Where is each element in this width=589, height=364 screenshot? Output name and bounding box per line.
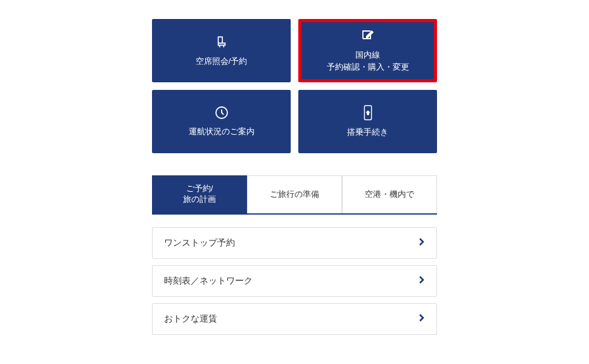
flight-status-tile[interactable]: 運航状況のご案内 <box>152 90 291 153</box>
list-item-discount-fare[interactable]: おトクな運賃 <box>152 303 437 335</box>
tile-label: 空席照会/予約 <box>196 55 248 68</box>
seat-icon <box>213 34 230 50</box>
tile-label-line1: 国内線 <box>355 49 380 61</box>
tab-label: ご旅行の準備 <box>270 189 319 200</box>
chevron-right-icon <box>419 275 425 286</box>
tab-label-line1: ご予約/ <box>183 184 216 194</box>
tile-label: 搭乗手続き <box>347 126 388 139</box>
menu-list: ワンストップ予約 時刻表／ネットワーク おトクな運賃 <box>152 227 437 335</box>
tab-airport-inflight[interactable]: 空港・機内で <box>342 175 437 213</box>
list-item-label: ワンストップ予約 <box>164 237 235 249</box>
tabs: ご予約/ 旅の計画 ご旅行の準備 空港・機内で <box>152 175 437 215</box>
list-item-timetable[interactable]: 時刻表／ネットワーク <box>152 265 437 297</box>
chevron-right-icon <box>419 313 425 324</box>
clock-icon <box>214 105 229 120</box>
list-item-onestop[interactable]: ワンストップ予約 <box>152 227 437 259</box>
seat-availability-tile[interactable]: 空席照会/予約 <box>152 19 291 82</box>
boarding-tile[interactable]: 搭乗手続き <box>298 90 437 153</box>
boarding-icon <box>361 104 375 121</box>
tab-reservation-plan[interactable]: ご予約/ 旅の計画 <box>152 175 247 213</box>
tab-label: 空港・機内で <box>365 189 414 200</box>
chevron-right-icon <box>419 237 425 248</box>
tile-label: 運航状況のご案内 <box>189 125 255 138</box>
tab-travel-prep[interactable]: ご旅行の準備 <box>247 175 342 213</box>
tab-label-line2: 旅の計画 <box>183 194 216 205</box>
edit-icon <box>360 28 376 44</box>
tile-label-line2: 予約確認・購入・変更 <box>327 61 409 73</box>
list-item-label: 時刻表／ネットワーク <box>164 275 253 287</box>
domestic-reservation-tile[interactable]: 国内線 予約確認・購入・変更 <box>298 19 437 82</box>
tile-grid: 空席照会/予約 国内線 予約確認・購入・変更 運航状況のご案内 <box>152 19 437 153</box>
list-item-label: おトクな運賃 <box>164 313 217 325</box>
